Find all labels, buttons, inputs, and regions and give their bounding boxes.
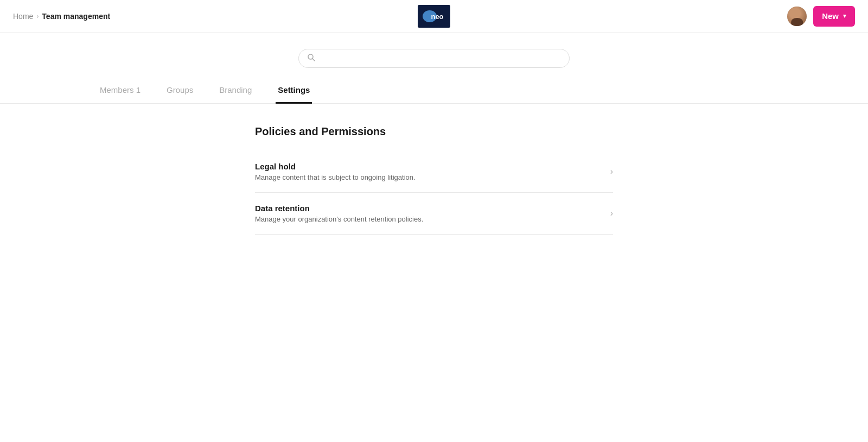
legal-hold-description: Manage content that is subject to ongoin… xyxy=(255,173,602,181)
data-retention-item[interactable]: Data retention Manage your organization'… xyxy=(255,193,613,235)
search-box xyxy=(298,49,570,68)
search-container xyxy=(0,33,868,79)
tab-members[interactable]: Members 1 xyxy=(98,79,143,104)
svg-line-6 xyxy=(312,59,315,61)
data-retention-content: Data retention Manage your organization'… xyxy=(255,204,602,223)
section-title: Policies and Permissions xyxy=(255,125,613,138)
header-right: New ▾ xyxy=(787,6,855,27)
breadcrumb-current: Team management xyxy=(42,12,110,21)
logo-inner: neo xyxy=(418,5,450,28)
data-retention-title: Data retention xyxy=(255,204,602,213)
search-icon xyxy=(308,54,315,63)
breadcrumb: Home › Team management xyxy=(13,12,110,21)
avatar-image xyxy=(787,7,807,26)
logo-svg: neo xyxy=(418,5,450,28)
new-button-label: New xyxy=(822,11,839,21)
legal-hold-content: Legal hold Manage content that is subjec… xyxy=(255,162,602,181)
tab-settings[interactable]: Settings xyxy=(276,79,312,104)
legal-hold-item[interactable]: Legal hold Manage content that is subjec… xyxy=(255,151,613,193)
breadcrumb-home[interactable]: Home xyxy=(13,12,33,21)
app-logo[interactable]: neo xyxy=(418,5,450,28)
search-input[interactable] xyxy=(320,54,560,63)
header: Home › Team management neo New ▾ xyxy=(0,0,868,33)
new-button[interactable]: New ▾ xyxy=(813,6,855,27)
breadcrumb-chevron-icon: › xyxy=(36,12,39,20)
tabs-container: Members 1 Groups Branding Settings xyxy=(0,79,868,104)
data-retention-chevron-icon: › xyxy=(610,209,613,218)
legal-hold-chevron-icon: › xyxy=(610,167,613,176)
svg-text:neo: neo xyxy=(431,12,443,21)
data-retention-description: Manage your organization's content reten… xyxy=(255,215,602,223)
tab-branding[interactable]: Branding xyxy=(217,79,254,104)
legal-hold-title: Legal hold xyxy=(255,162,602,171)
avatar[interactable] xyxy=(787,7,807,26)
new-button-chevron-icon: ▾ xyxy=(843,12,846,20)
tab-groups[interactable]: Groups xyxy=(164,79,195,104)
main-content: Policies and Permissions Legal hold Mana… xyxy=(244,104,624,256)
